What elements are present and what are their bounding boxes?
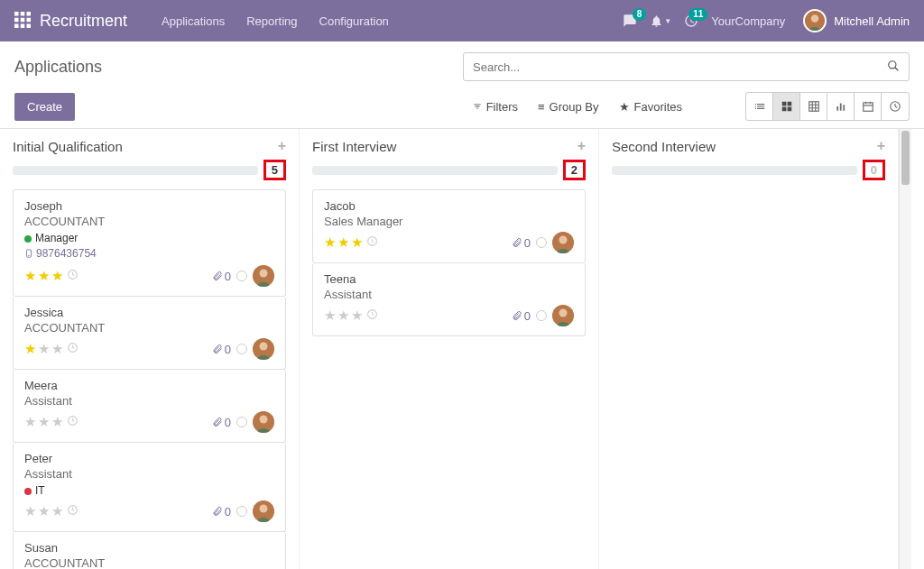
state-icon[interactable] (236, 506, 247, 517)
attachment-icon[interactable]: 0 (512, 236, 531, 250)
kanban-card[interactable]: Jessica ACCOUNTANT ★★★ 0 (13, 297, 286, 370)
topbar: Recruitment Applications Reporting Confi… (0, 0, 924, 41)
nav-configuration[interactable]: Configuration (309, 0, 400, 41)
column-title[interactable]: Second Interview (612, 139, 716, 154)
apps-icon[interactable] (14, 12, 31, 31)
kanban-card[interactable]: Peter AssistantIT ★★★ 0 (13, 443, 286, 532)
attachment-icon[interactable]: 0 (512, 309, 531, 323)
star-icon[interactable]: ★ (24, 414, 36, 430)
clock-icon[interactable] (67, 415, 79, 429)
star-icon[interactable]: ★ (38, 503, 50, 519)
add-card-icon[interactable]: + (877, 138, 885, 154)
column-title[interactable]: First Interview (312, 139, 396, 154)
star-icon[interactable]: ★ (24, 503, 36, 519)
assignee-avatar[interactable] (552, 232, 574, 253)
assignee-avatar[interactable] (253, 338, 274, 360)
star-icon[interactable]: ★ (24, 268, 36, 284)
assignee-avatar[interactable] (253, 411, 274, 433)
kanban-board: Initial Qualification + 5 Joseph ACCOUNT… (0, 128, 924, 569)
view-calendar-icon[interactable] (855, 93, 882, 120)
attachment-icon[interactable]: 0 (212, 270, 231, 283)
svg-rect-7 (21, 23, 25, 28)
card-name: Joseph (24, 199, 274, 213)
assignee-avatar[interactable] (253, 265, 274, 287)
add-card-icon[interactable]: + (578, 138, 586, 154)
nav-applications[interactable]: Applications (151, 0, 236, 41)
messages-icon[interactable]: 8 (623, 14, 637, 28)
clock-icon[interactable] (67, 342, 79, 356)
star-icon[interactable]: ★ (38, 268, 50, 284)
star-icon[interactable]: ★ (51, 341, 63, 357)
card-role: ACCOUNTANT (24, 215, 274, 228)
card-tag: Manager (24, 232, 274, 244)
messages-badge: 8 (633, 8, 647, 21)
star-icon[interactable]: ★ (351, 234, 363, 251)
star-icon[interactable]: ★ (324, 234, 336, 251)
kanban-card[interactable]: Jacob Sales Manager ★★★ 0 (312, 189, 586, 263)
view-graph-icon[interactable] (827, 93, 855, 120)
state-icon[interactable] (236, 271, 247, 281)
column-title[interactable]: Initial Qualification (13, 139, 123, 154)
search-field[interactable] (473, 60, 887, 74)
clock-icon[interactable] (366, 308, 378, 323)
star-icon[interactable]: ★ (51, 268, 63, 284)
star-icon[interactable]: ★ (38, 414, 50, 430)
star-icon[interactable]: ★ (51, 503, 63, 519)
assignee-avatar[interactable] (253, 500, 274, 522)
kanban-card[interactable]: Joseph ACCOUNTANTManager9876436754 ★★★ 0 (13, 189, 286, 297)
kanban-card[interactable]: Teena Assistant ★★★ 0 (312, 263, 586, 336)
star-icon[interactable]: ★ (24, 341, 36, 357)
notifications-icon[interactable]: ▼ (650, 14, 671, 28)
activities-icon[interactable]: 11 (684, 14, 698, 28)
card-name: Peter (24, 452, 274, 465)
svg-line-36 (73, 275, 75, 276)
scrollbar-thumb[interactable] (901, 131, 910, 185)
star-icon[interactable]: ★ (351, 307, 363, 324)
svg-rect-13 (781, 102, 786, 106)
view-list-icon[interactable] (746, 93, 773, 120)
app-title[interactable]: Recruitment (40, 12, 127, 31)
groupby-button[interactable]: ≡ Group By (538, 100, 599, 114)
nav-reporting[interactable]: Reporting (236, 0, 308, 41)
column-progress[interactable] (612, 166, 857, 175)
user-menu[interactable]: Mitchell Admin (803, 9, 910, 32)
view-activity-icon[interactable] (882, 93, 909, 120)
search-icon[interactable] (887, 60, 900, 75)
view-table-icon[interactable] (800, 93, 827, 120)
company-switcher[interactable]: YourCompany (711, 14, 785, 28)
attachment-icon[interactable]: 0 (212, 416, 231, 429)
kanban-card[interactable]: Susan ACCOUNTANT (13, 532, 286, 569)
clock-icon[interactable] (67, 504, 79, 519)
search-input[interactable] (463, 52, 910, 81)
favorites-button[interactable]: ★ Favorites (619, 100, 682, 114)
add-card-icon[interactable]: + (278, 138, 286, 154)
kanban-column: First Interview + 2 Jacob Sales Manager … (300, 129, 599, 569)
star-icon[interactable]: ★ (337, 307, 349, 324)
attachment-icon[interactable]: 0 (212, 505, 231, 519)
star-icon[interactable]: ★ (324, 307, 336, 324)
clock-icon[interactable] (366, 235, 378, 250)
star-icon[interactable]: ★ (51, 414, 63, 430)
svg-line-61 (373, 315, 374, 316)
column-count: 0 (863, 160, 885, 180)
attachment-icon[interactable]: 0 (212, 343, 231, 356)
card-stars: ★★★ (24, 503, 79, 519)
column-progress[interactable] (13, 166, 258, 175)
view-kanban-icon[interactable] (773, 93, 800, 120)
state-icon[interactable] (536, 237, 547, 248)
create-button[interactable]: Create (14, 93, 75, 121)
scrollbar[interactable] (899, 129, 911, 569)
kanban-card[interactable]: Meera Assistant ★★★ 0 (13, 370, 286, 443)
card-phone[interactable]: 9876436754 (24, 247, 274, 260)
star-icon[interactable]: ★ (38, 341, 50, 357)
filters-button[interactable]: Filters (473, 100, 518, 114)
state-icon[interactable] (536, 310, 547, 321)
assignee-avatar[interactable] (552, 305, 574, 326)
svg-rect-24 (843, 105, 845, 110)
star-icon[interactable]: ★ (337, 234, 349, 251)
state-icon[interactable] (236, 344, 247, 354)
column-progress[interactable] (312, 166, 558, 175)
state-icon[interactable] (236, 417, 247, 427)
clock-icon[interactable] (67, 269, 79, 283)
card-stars: ★★★ (24, 341, 79, 357)
